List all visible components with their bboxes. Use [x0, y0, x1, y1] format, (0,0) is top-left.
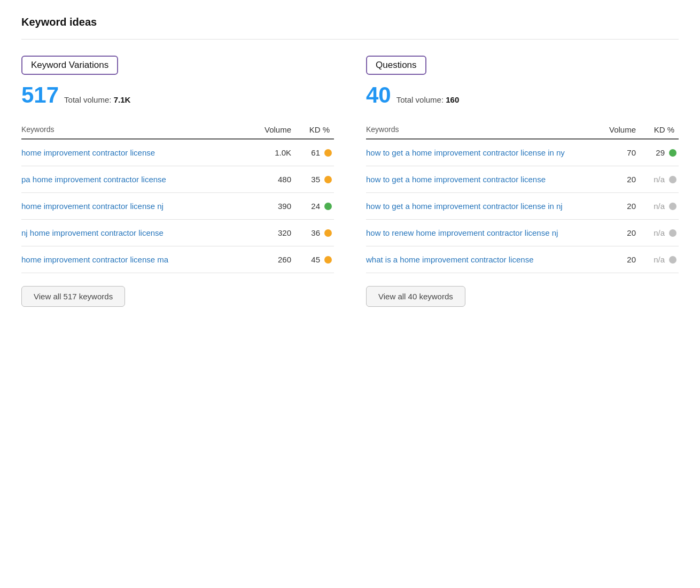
questions-count-row: 40 Total volume: 160 — [366, 82, 679, 108]
kd-cell: 35 — [291, 175, 334, 184]
keyword-link[interactable]: how to get a home improvement contractor… — [366, 174, 588, 185]
kd-dot — [324, 203, 332, 210]
page-title: Keyword ideas — [21, 16, 679, 28]
kd-na: n/a — [654, 228, 665, 237]
kd-cell: 61 — [291, 148, 334, 157]
table-row: nj home improvement contractor license 3… — [21, 220, 334, 246]
volume-cell: 320 — [243, 228, 291, 237]
keyword-variations-table-header: Keywords Volume KD % — [21, 121, 334, 140]
kd-dot — [669, 256, 676, 264]
questions-total-volume: Total volume: 160 — [396, 95, 460, 104]
keyword-link[interactable]: home improvement contractor license — [21, 147, 243, 158]
kd-dot — [324, 149, 332, 157]
keyword-link[interactable]: home improvement contractor license nj — [21, 200, 243, 212]
table-row: how to get a home improvement contractor… — [366, 140, 679, 166]
keyword-link[interactable]: nj home improvement contractor license — [21, 227, 243, 238]
questions-table-body: how to get a home improvement contractor… — [366, 140, 679, 273]
kd-dot — [669, 229, 676, 237]
table-row: how to renew home improvement contractor… — [366, 220, 679, 246]
kd-dot — [669, 176, 676, 183]
kd-dot — [324, 256, 332, 264]
volume-cell: 20 — [588, 175, 636, 184]
kd-cell: n/a — [636, 255, 679, 264]
kd-cell: 24 — [291, 202, 334, 211]
kd-cell: n/a — [636, 175, 679, 184]
keyword-variations-section: Keyword Variations 517 Total volume: 7.1… — [21, 56, 334, 307]
kd-na: n/a — [654, 175, 665, 184]
kd-na: n/a — [654, 202, 665, 211]
keyword-variations-count: 517 — [21, 82, 59, 108]
volume-cell: 260 — [243, 255, 291, 264]
kd-dot — [324, 176, 332, 183]
kv-col-volume-header: Volume — [243, 125, 291, 134]
q-col-kd-header: KD % — [636, 125, 679, 134]
keyword-link[interactable]: home improvement contractor license ma — [21, 254, 243, 265]
table-row: home improvement contractor license nj 3… — [21, 193, 334, 220]
kv-col-kd-header: KD % — [291, 125, 334, 134]
volume-cell: 20 — [588, 255, 636, 264]
keyword-link[interactable]: how to get a home improvement contractor… — [366, 147, 588, 158]
volume-cell: 20 — [588, 228, 636, 237]
kd-cell: 29 — [636, 148, 679, 157]
table-row: home improvement contractor license 1.0K… — [21, 140, 334, 166]
table-row: what is a home improvement contractor li… — [366, 246, 679, 273]
volume-cell: 20 — [588, 202, 636, 211]
view-all-kv-button[interactable]: View all 517 keywords — [21, 286, 125, 307]
two-column-layout: Keyword Variations 517 Total volume: 7.1… — [21, 56, 679, 307]
questions-count: 40 — [366, 82, 391, 108]
keyword-link[interactable]: how to get a home improvement contractor… — [366, 200, 588, 212]
kd-dot — [324, 229, 332, 237]
volume-cell: 70 — [588, 148, 636, 157]
kd-cell: n/a — [636, 228, 679, 237]
keyword-link[interactable]: what is a home improvement contractor li… — [366, 254, 588, 265]
volume-cell: 390 — [243, 202, 291, 211]
keyword-variations-count-row: 517 Total volume: 7.1K — [21, 82, 334, 108]
table-row: home improvement contractor license ma 2… — [21, 246, 334, 273]
view-all-questions-button[interactable]: View all 40 keywords — [366, 286, 465, 307]
table-row: pa home improvement contractor license 4… — [21, 166, 334, 193]
kd-cell: n/a — [636, 202, 679, 211]
q-col-keywords-header: Keywords — [366, 125, 588, 134]
questions-table-header: Keywords Volume KD % — [366, 121, 679, 140]
questions-tab[interactable]: Questions — [366, 56, 426, 75]
table-row: how to get a home improvement contractor… — [366, 166, 679, 193]
questions-section: Questions 40 Total volume: 160 Keywords … — [366, 56, 679, 307]
keyword-variations-total-volume: Total volume: 7.1K — [64, 95, 130, 104]
kd-dot — [669, 203, 676, 210]
kd-dot — [669, 149, 676, 157]
volume-cell: 480 — [243, 175, 291, 184]
kd-na: n/a — [654, 255, 665, 264]
kd-cell: 36 — [291, 228, 334, 237]
top-divider — [21, 39, 679, 40]
volume-cell: 1.0K — [243, 148, 291, 157]
kv-col-keywords-header: Keywords — [21, 125, 243, 134]
table-row: how to get a home improvement contractor… — [366, 193, 679, 220]
keyword-link[interactable]: pa home improvement contractor license — [21, 174, 243, 185]
keyword-variations-tab[interactable]: Keyword Variations — [21, 56, 118, 75]
q-col-volume-header: Volume — [588, 125, 636, 134]
keyword-variations-table-body: home improvement contractor license 1.0K… — [21, 140, 334, 273]
kd-cell: 45 — [291, 255, 334, 264]
keyword-link[interactable]: how to renew home improvement contractor… — [366, 227, 588, 238]
